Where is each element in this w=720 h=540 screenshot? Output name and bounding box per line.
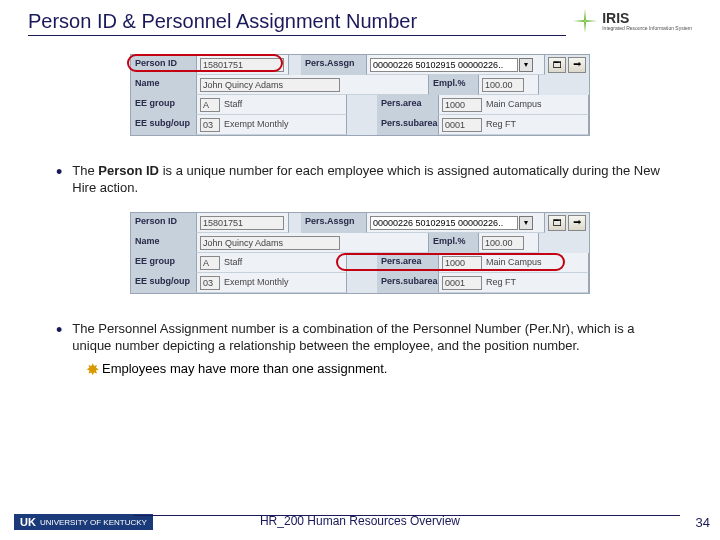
label-pers-subarea: Pers.subarea [377,115,439,135]
pers-area-name: Main Campus [484,98,572,112]
pers-sub-name: Reg FT [484,276,539,290]
svg-marker-2 [573,20,585,22]
org-tree-button[interactable]: 🗔 [548,57,566,73]
logo-subtitle: Integrated Resource Information System [602,25,692,31]
iris-logo: IRIS Integrated Resource Information Sys… [572,8,692,34]
text-bold: Person ID [98,163,159,178]
ee-group-code[interactable]: A [200,256,220,270]
slide-number: 34 [696,515,710,530]
pers-area-code[interactable]: 1000 [442,256,482,270]
toolbar: 🗔 ⮕ [545,213,589,233]
svg-marker-6 [577,21,586,30]
label-name: Name [131,75,197,95]
svg-marker-0 [584,9,586,21]
label-ee-group: EE group [131,253,197,273]
bullet-icon: • [56,163,62,196]
pers-assgn-field[interactable]: 00000226 50102915 00000226.. [370,58,518,72]
label-ee-subgroup: EE subg/oup [131,115,197,135]
gap [347,273,377,293]
gap [347,253,377,273]
gap [539,75,589,95]
ee-sub-code[interactable]: 03 [200,118,220,132]
bullet-1-text: The Person ID is a unique number for eac… [72,162,664,196]
pers-assgn-field[interactable]: 00000226 50102915 00000226.. [370,216,518,230]
label-person-id: Person ID [131,55,197,75]
label-ee-subgroup: EE subg/oup [131,273,197,293]
bullet-icon: • [56,321,62,354]
bullet-1: • The Person ID is a unique number for e… [56,162,664,196]
text-fragment: The [72,163,98,178]
pers-sub-name: Reg FT [484,118,539,132]
empl-pct-field[interactable]: 100.00 [482,236,524,250]
ee-group-name: Staff [222,256,332,270]
next-assign-button[interactable]: ⮕ [568,215,586,231]
form-block-2: Person ID 15801751 Pers.Assgn 00000226 5… [130,212,590,294]
label-empl-pct: Empl.% [429,233,479,253]
gap [347,115,377,135]
gap [539,233,589,253]
ee-sub-code[interactable]: 03 [200,276,220,290]
label-person-id: Person ID [131,213,197,233]
person-id-field[interactable]: 15801751 [200,216,284,230]
org-tree-button[interactable]: 🗔 [548,215,566,231]
ee-sub-name: Exempt Monthly [222,118,332,132]
pers-sub-code[interactable]: 0001 [442,118,482,132]
sub-bullet: ✸ Employees may have more than one assig… [86,361,664,379]
next-assign-button[interactable]: ⮕ [568,57,586,73]
label-pers-subarea: Pers.subarea [377,273,439,293]
label-empl-pct: Empl.% [429,75,479,95]
svg-marker-5 [585,12,594,21]
name-field[interactable]: John Quincy Adams [200,236,340,250]
svg-marker-7 [585,21,594,30]
label-ee-group: EE group [131,95,197,115]
ee-group-code[interactable]: A [200,98,220,112]
dropdown-icon[interactable]: ▾ [519,216,533,230]
bullet-2-text: The Personnel Assignment number is a com… [72,320,664,354]
label-name: Name [131,233,197,253]
gap [289,213,301,233]
pers-area-code[interactable]: 1000 [442,98,482,112]
iris-burst-icon [572,8,598,34]
sub-bullet-text: Employees may have more than one assignm… [102,361,387,376]
ee-group-name: Staff [222,98,332,112]
bullet-2: • The Personnel Assignment number is a c… [56,320,664,354]
person-id-field[interactable]: 15801751 [200,58,284,72]
svg-marker-4 [577,12,586,21]
svg-marker-1 [584,21,586,33]
label-pers-assgn: Pers.Assgn [301,55,367,75]
ee-sub-name: Exempt Monthly [222,276,332,290]
label-pers-assgn: Pers.Assgn [301,213,367,233]
pers-area-name: Main Campus [484,256,572,270]
toolbar: 🗔 ⮕ [545,55,589,75]
gap [347,95,377,115]
form-block-1: Person ID 15801751 Pers.Assgn 00000226 5… [130,54,590,136]
pers-sub-code[interactable]: 0001 [442,276,482,290]
label-pers-area: Pers.area [377,253,439,273]
page-title: Person ID & Personnel Assignment Number [28,10,566,36]
footer-course: HR_200 Human Resources Overview [0,514,720,528]
dropdown-icon[interactable]: ▾ [519,58,533,72]
svg-marker-3 [585,20,597,22]
name-field[interactable]: John Quincy Adams [200,78,340,92]
star-icon: ✸ [86,361,99,379]
gap [289,55,301,75]
logo-text: IRIS [602,11,692,25]
empl-pct-field[interactable]: 100.00 [482,78,524,92]
label-pers-area: Pers.area [377,95,439,115]
text-fragment: is a unique number for each employee whi… [72,163,659,195]
